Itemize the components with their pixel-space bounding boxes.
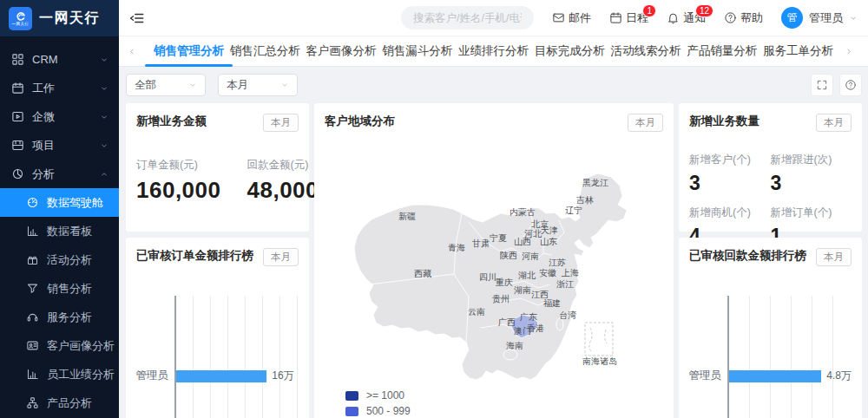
period-badge[interactable]: 本月 xyxy=(816,114,852,132)
map-label-广东: 广东 xyxy=(520,312,537,322)
map-label-广西: 广西 xyxy=(498,317,516,327)
stat-new-followups: 新增跟进(次) 3 xyxy=(771,153,852,195)
chevron-down-icon xyxy=(188,81,197,89)
mail-action[interactable]: 邮件 xyxy=(552,10,591,26)
sidebar-item-crm[interactable]: CRM xyxy=(0,45,119,74)
logo-icon: 一网天行 xyxy=(9,7,32,30)
tabs: 销售管理分析销售汇总分析客户画像分析销售漏斗分析业绩排行分析目标完成分析活动线索… xyxy=(143,36,844,67)
sidebar-item-work[interactable]: 工作 xyxy=(0,74,119,102)
tab-1[interactable]: 销售汇总分析 xyxy=(230,36,300,67)
map-label-贵州: 贵州 xyxy=(492,294,510,304)
sidebar-item-qiwei[interactable]: 企微 xyxy=(0,102,119,131)
map-label-云南: 云南 xyxy=(468,307,485,317)
cal-icon xyxy=(11,82,24,95)
map-label-陕西: 陕西 xyxy=(500,251,517,260)
tab-3[interactable]: 销售漏斗分析 xyxy=(382,36,452,67)
funnel-icon xyxy=(26,282,39,295)
legend-swatch xyxy=(345,407,358,416)
org-icon xyxy=(26,396,39,409)
chevron-down-icon xyxy=(100,141,108,150)
china-map[interactable]: 新疆西藏青海甘肃宁夏内蒙古黑龙江吉林辽宁北京天津河北山西山东陕西河南江苏上海安徽… xyxy=(325,170,672,382)
card-title: 新增业务金额 xyxy=(136,114,207,129)
legend-item-0: >= 1000 xyxy=(345,389,411,402)
new-business-count-card: 新增业务数量 本月 新增客户(个) 3 新增跟进(次) 3 xyxy=(679,103,862,232)
scope-select[interactable]: 全部 xyxy=(126,74,206,96)
avatar: 管 xyxy=(781,7,803,29)
card-title: 已审核订单金额排行榜 xyxy=(136,248,253,264)
main-area: 邮件 日程 1 通知 12 帮助 管 管理员 xyxy=(119,0,868,418)
headset-icon xyxy=(26,310,39,323)
tab-0[interactable]: 销售管理分析 xyxy=(154,36,224,67)
help-button[interactable] xyxy=(839,74,862,96)
map-label-上海: 上海 xyxy=(561,268,579,278)
fullscreen-button[interactable] xyxy=(811,74,833,96)
schedule-icon xyxy=(609,11,622,24)
sidebar-item-customer-profile-analysis[interactable]: 客户画像分析 xyxy=(0,331,119,360)
sidebar-item-staff-performance-analysis[interactable]: 员工业绩分析 xyxy=(0,360,119,389)
taiwan-island xyxy=(556,318,563,330)
sidebar-item-data-board[interactable]: 数据看板 xyxy=(0,217,119,245)
help-action[interactable]: 帮助 xyxy=(724,10,763,26)
tab-5[interactable]: 目标完成分析 xyxy=(535,36,605,67)
map-label-福建: 福建 xyxy=(543,298,561,308)
map-label-甘肃: 甘肃 xyxy=(472,238,490,248)
tabs-scroll-right-icon[interactable] xyxy=(844,47,859,56)
tab-7[interactable]: 产品销量分析 xyxy=(687,36,757,67)
south-china-sea-islands xyxy=(585,323,613,356)
notifications-badge: 12 xyxy=(695,4,713,17)
topbar: 邮件 日程 1 通知 12 帮助 管 管理员 xyxy=(119,0,868,36)
period-badge[interactable]: 本月 xyxy=(816,248,852,266)
period-select[interactable]: 本月 xyxy=(218,74,298,96)
search-input[interactable] xyxy=(401,6,534,29)
card-title: 客户地域分布 xyxy=(325,114,395,129)
right-column: 新增业务数量 本月 新增客户(个) 3 新增跟进(次) 3 xyxy=(679,103,862,418)
tab-2[interactable]: 客户画像分析 xyxy=(306,36,377,67)
tabs-scroll-left-icon[interactable] xyxy=(128,47,143,56)
toolbar xyxy=(811,74,862,96)
app-root: 一网天行 一网天行 CRM 工作 企微 项目 分析 xyxy=(0,0,868,418)
sidebar-item-sales-analysis[interactable]: 销售分析 xyxy=(0,274,119,303)
sidebar-item-project[interactable]: 项目 xyxy=(0,131,119,160)
user-menu[interactable]: 管 管理员 xyxy=(781,7,858,29)
sidebar-item-data-cockpit[interactable]: 数据驾驶舱 xyxy=(0,188,119,217)
gift-icon xyxy=(26,253,39,266)
card-title: 已审核回款金额排行榜 xyxy=(689,248,806,264)
chevron-down-icon xyxy=(280,81,289,89)
menu-fold-icon[interactable] xyxy=(129,9,148,28)
frame-icon xyxy=(11,139,24,152)
period-badge[interactable]: 本月 xyxy=(628,114,663,132)
sidebar: 一网天行 一网天行 CRM 工作 企微 项目 分析 xyxy=(0,0,119,418)
map-label-天津: 天津 xyxy=(541,225,558,235)
chevron-down-icon xyxy=(100,113,108,121)
payment-rank-bar[interactable] xyxy=(729,370,821,382)
order-rank-bar[interactable] xyxy=(176,370,266,382)
pie-icon xyxy=(11,167,24,180)
tab-8[interactable]: 服务工单分析 xyxy=(763,36,833,67)
bar-value-label: 4.8万 xyxy=(826,369,852,383)
colchart-icon xyxy=(26,368,39,381)
tab-6[interactable]: 活动线索分析 xyxy=(611,36,681,67)
map-label-内蒙古: 内蒙古 xyxy=(510,207,536,217)
idcard-icon xyxy=(26,339,39,352)
card-title: 新增业务数量 xyxy=(689,114,760,129)
period-select-value: 本月 xyxy=(227,78,248,93)
sidebar-item-analysis[interactable]: 分析 xyxy=(0,160,119,188)
period-badge[interactable]: 本月 xyxy=(263,248,299,266)
schedule-action[interactable]: 日程 1 xyxy=(609,10,648,26)
map-legend: >= 1000 500 - 999 100 - 499 xyxy=(345,389,411,418)
notifications-action[interactable]: 通知 12 xyxy=(667,10,706,26)
stat-payment-amount: 回款金额(元) 48,000 xyxy=(247,158,319,204)
period-badge[interactable]: 本月 xyxy=(263,114,299,132)
order-amount-rank-card: 已审核订单金额排行榜 本月 管理员 16万 xyxy=(126,238,309,418)
question-circle-icon xyxy=(845,79,857,91)
map-label-安徽: 安徽 xyxy=(539,268,556,278)
sidebar-item-activity-analysis[interactable]: 活动分析 xyxy=(0,245,119,274)
sidebar-item-product-analysis[interactable]: 产品分析 xyxy=(0,389,119,417)
order-rank-chart: 管理员 16万 xyxy=(136,296,299,418)
logo[interactable]: 一网天行 一网天行 xyxy=(0,0,119,36)
map-label-香港: 香港 xyxy=(527,323,544,333)
legend-swatch xyxy=(345,391,358,401)
tab-4[interactable]: 业绩排行分析 xyxy=(458,36,529,67)
map-label-西藏: 西藏 xyxy=(414,269,431,278)
sidebar-item-service-analysis[interactable]: 服务分析 xyxy=(0,303,119,331)
